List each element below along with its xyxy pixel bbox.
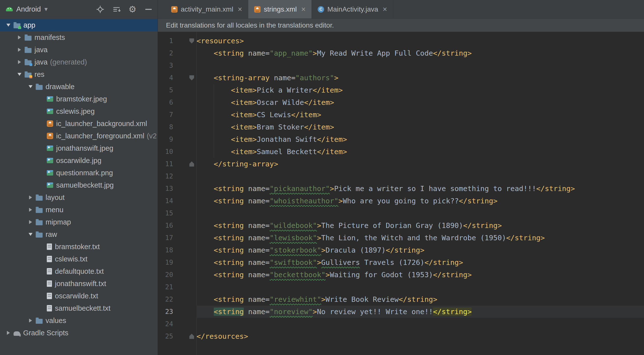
code-line-23[interactable]: 23 <string name="noreview">No review yet… — [158, 306, 644, 318]
tree-item-oscarwilde-jpg[interactable]: oscarwilde.jpg — [0, 154, 158, 167]
tree-item-bramstoker-txt[interactable]: bramstoker.txt — [0, 240, 158, 253]
tree-item-ic-launcher-foreground-xml[interactable]: ic_launcher_foreground.xml(v2 — [0, 130, 158, 142]
tree-item-drawable[interactable]: drawable — [0, 80, 158, 93]
tree-item-label: Gradle Scripts — [23, 329, 68, 337]
tree-item-samuelbeckett-txt[interactable]: samuelbeckett.txt — [0, 302, 158, 314]
locate-file-icon[interactable] — [96, 5, 104, 14]
tab-mainactivity-java[interactable]: CMainActivity.java× — [312, 0, 393, 18]
code-text: <item>Samuel Beckett</item> — [196, 146, 644, 158]
code-line-7[interactable]: 7 <item>CS Lewis</item> — [158, 108, 644, 121]
code-line-12[interactable]: 12 — [158, 170, 644, 182]
tree-item-raw[interactable]: raw — [0, 228, 158, 240]
tree-item-label: bramstoker.jpeg — [56, 95, 107, 103]
code-line-10[interactable]: 10 <item>Samuel Beckett</item> — [158, 146, 644, 158]
fold-end-icon[interactable] — [190, 334, 194, 339]
fold-start-icon[interactable] — [190, 38, 194, 44]
chevron-down-icon[interactable]: ▼ — [43, 6, 49, 12]
hide-panel-icon[interactable] — [145, 9, 152, 10]
code-text — [196, 318, 644, 330]
tree-item-jonathanswift-jpeg[interactable]: jonathanswift.jpeg — [0, 142, 158, 154]
folder-gen-icon — [25, 60, 32, 65]
code-line-6[interactable]: 6 <item>Oscar Wilde</item> — [158, 96, 644, 108]
code-line-1[interactable]: 1<resources> — [158, 35, 644, 47]
chevron-right-icon[interactable] — [25, 208, 36, 212]
settings-gear-icon[interactable]: ⚙ — [128, 5, 136, 14]
fold-slot — [173, 38, 196, 44]
tree-item-questionmark-png[interactable]: questionmark.png — [0, 167, 158, 179]
chevron-right-icon[interactable] — [25, 196, 36, 200]
tree-item-cslewis-jpeg[interactable]: cslewis.jpeg — [0, 105, 158, 118]
chevron-right-icon[interactable] — [3, 331, 14, 335]
code-line-11[interactable]: 11 </string-array> — [158, 158, 644, 170]
tab-strings-xml[interactable]: strings.xml× — [248, 0, 312, 18]
tree-item-samuelbeckett-jpg[interactable]: samuelbeckett.jpg — [0, 179, 158, 191]
code-line-4[interactable]: 4 <string-array name="authors"> — [158, 72, 644, 84]
close-tab-icon[interactable]: × — [383, 6, 387, 13]
chevron-down-icon[interactable] — [3, 24, 14, 26]
tree-item-java[interactable]: java(generated) — [0, 56, 158, 68]
tree-item-label: samuelbeckett.txt — [55, 304, 110, 312]
gutter: 15 — [158, 207, 196, 219]
code-line-21[interactable]: 21 — [158, 281, 644, 293]
chevron-down-icon[interactable] — [14, 73, 25, 76]
chevron-right-icon[interactable] — [25, 220, 36, 224]
code-line-13[interactable]: 13 <string name="pickanauthor">Pick me a… — [158, 182, 644, 195]
code-line-15[interactable]: 15 — [158, 207, 644, 219]
code-editor[interactable]: 1<resources>2 <string name="app_name">My… — [158, 32, 644, 355]
tree-item-menu[interactable]: menu — [0, 204, 158, 216]
code-line-24[interactable]: 24 — [158, 318, 644, 330]
tree-item-label: jonathanswift.jpeg — [56, 144, 113, 152]
project-view-selector[interactable]: Android — [16, 5, 41, 13]
tree-item-res[interactable]: res — [0, 68, 158, 80]
tree-item-oscarwilde-txt[interactable]: oscarwilde.txt — [0, 290, 158, 302]
line-number: 18 — [158, 244, 173, 256]
code-line-3[interactable]: 3 — [158, 59, 644, 72]
chevron-right-icon[interactable] — [14, 36, 25, 40]
code-text: <item>Bram Stoker</item> — [196, 121, 644, 133]
tree-item-jonathanswift-txt[interactable]: jonathanswift.txt — [0, 278, 158, 290]
tree-item-label: res — [34, 70, 44, 78]
tree-item-ic-launcher-background-xml[interactable]: ic_launcher_background.xml — [0, 118, 158, 130]
tree-item-layout[interactable]: layout — [0, 191, 158, 204]
tree-item-app[interactable]: app — [0, 19, 158, 31]
indent-guide — [214, 84, 214, 158]
gutter: 5 — [158, 84, 196, 96]
tree-item-label: cslewis.txt — [55, 255, 88, 263]
chevron-right-icon[interactable] — [14, 60, 25, 64]
code-line-5[interactable]: 5 <item>Pick a Writer</item> — [158, 84, 644, 96]
line-number: 11 — [158, 158, 173, 170]
fold-start-icon[interactable] — [190, 75, 194, 80]
gutter: 24 — [158, 318, 196, 330]
tree-item-bramstoker-jpeg[interactable]: bramstoker.jpeg — [0, 93, 158, 105]
close-tab-icon[interactable]: × — [238, 6, 242, 13]
code-line-9[interactable]: 9 <item>Jonathan Swift</item> — [158, 133, 644, 146]
chevron-down-icon[interactable] — [25, 233, 36, 236]
tree-item-badge: (v2 — [147, 132, 157, 140]
chevron-right-icon[interactable] — [14, 48, 25, 52]
code-line-17[interactable]: 17 <string name="lewisbook">The Lion, th… — [158, 232, 644, 244]
code-line-22[interactable]: 22 <string name="reviewhint">Write Book … — [158, 293, 644, 306]
tree-item-manifests[interactable]: manifests — [0, 31, 158, 44]
code-line-19[interactable]: 19 <string name="swiftbook">Gullivers Tr… — [158, 256, 644, 268]
code-line-16[interactable]: 16 <string name="wildebook">The Picture … — [158, 219, 644, 232]
chevron-down-icon[interactable] — [25, 85, 36, 88]
tree-item-cslewis-txt[interactable]: cslewis.txt — [0, 253, 158, 265]
tree-item-defaultquote-txt[interactable]: defaultquote.txt — [0, 265, 158, 278]
code-line-8[interactable]: 8 <item>Bram Stoker</item> — [158, 121, 644, 133]
code-line-2[interactable]: 2 <string name="app_name">My Read Write … — [158, 47, 644, 59]
tree-item-mipmap[interactable]: mipmap — [0, 216, 158, 228]
code-line-20[interactable]: 20 <string name="beckettbook">Waiting fo… — [158, 268, 644, 281]
collapse-all-icon[interactable] — [112, 5, 121, 14]
tree-item-label: java — [34, 58, 48, 66]
fold-end-icon[interactable] — [190, 162, 194, 167]
tree-item-values[interactable]: values — [0, 314, 158, 327]
text-icon — [47, 268, 52, 274]
tab-activity-main-xml[interactable]: activity_main.xml× — [165, 0, 248, 18]
tree-item-java[interactable]: java — [0, 44, 158, 56]
code-line-25[interactable]: 25</resources> — [158, 330, 644, 342]
chevron-right-icon[interactable] — [25, 318, 36, 322]
code-line-18[interactable]: 18 <string name="stokerbook">Dracula (18… — [158, 244, 644, 256]
close-tab-icon[interactable]: × — [301, 6, 306, 13]
code-line-14[interactable]: 14 <string name="whoistheauthor">Who are… — [158, 195, 644, 207]
tree-item-gradle-scripts[interactable]: Gradle Scripts — [0, 327, 158, 339]
